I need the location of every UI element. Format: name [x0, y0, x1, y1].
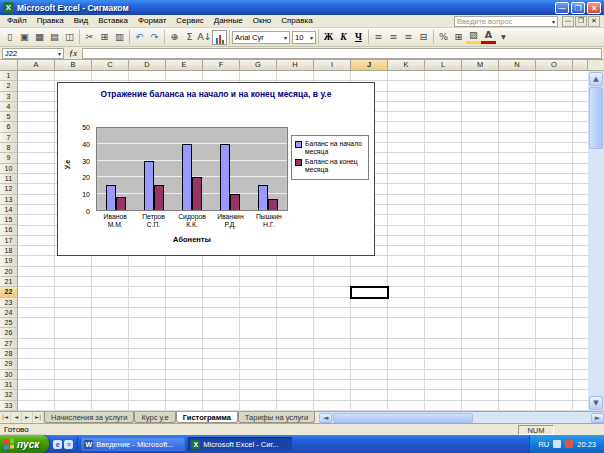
row-header[interactable]: 20 [0, 267, 18, 277]
select-all-corner[interactable] [0, 60, 18, 71]
workbook-restore-button[interactable]: ❐ [575, 16, 587, 27]
taskbar-task-word[interactable]: W Введение - Microsoft... [81, 437, 185, 451]
chart-bar[interactable] [230, 194, 240, 210]
row-header[interactable]: 24 [0, 308, 18, 318]
column-header[interactable]: L [425, 60, 462, 71]
worksheet-grid[interactable]: Отражение баланса на начало и на конец м… [18, 71, 588, 411]
chart[interactable]: Отражение баланса на начало и на конец м… [57, 82, 375, 256]
italic-button[interactable]: К [336, 30, 351, 45]
row-header[interactable]: 16 [0, 225, 18, 235]
align-left-icon[interactable]: ≡ [371, 30, 386, 45]
scroll-down-icon[interactable]: ▼ [589, 396, 603, 410]
row-header[interactable]: 25 [0, 318, 18, 328]
row-header[interactable]: 11 [0, 174, 18, 184]
row-header[interactable]: 13 [0, 195, 18, 205]
row-header[interactable]: 8 [0, 143, 18, 153]
menu-tools[interactable]: Сервис [171, 15, 208, 27]
workbook-close-button[interactable]: ✕ [588, 16, 600, 27]
print-icon[interactable]: ▤ [47, 30, 62, 45]
vertical-scroll-thumb[interactable] [589, 87, 603, 149]
column-header[interactable]: F [203, 60, 240, 71]
row-header[interactable]: 7 [0, 133, 18, 143]
column-header[interactable]: A [18, 60, 55, 71]
bold-button[interactable]: Ж [321, 30, 336, 45]
next-sheet-icon[interactable]: ► [22, 412, 33, 423]
chart-bar[interactable] [154, 185, 164, 210]
menu-help[interactable]: Справка [276, 15, 317, 27]
quick-launch-icon[interactable]: e [53, 440, 62, 449]
row-header[interactable]: 31 [0, 380, 18, 390]
chart-wizard-icon[interactable] [212, 30, 227, 45]
row-header[interactable]: 30 [0, 370, 18, 380]
row-header[interactable]: 17 [0, 236, 18, 246]
print-preview-icon[interactable]: ◫ [62, 30, 77, 45]
horizontal-scrollbar[interactable]: ◄ ► [319, 412, 604, 423]
copy-icon[interactable]: ⊞ [97, 30, 112, 45]
scroll-left-icon[interactable]: ◄ [319, 413, 332, 423]
chart-bar[interactable] [106, 185, 116, 210]
sheet-tab[interactable]: Начисления за услуги [44, 412, 134, 423]
menu-format[interactable]: Формат [133, 15, 171, 27]
row-header[interactable]: 3 [0, 92, 18, 102]
column-header[interactable]: G [240, 60, 277, 71]
sort-ascending-icon[interactable]: А↓ [197, 30, 212, 45]
redo-icon[interactable]: ↷ [147, 30, 162, 45]
first-sheet-icon[interactable]: |◄ [0, 412, 11, 423]
tray-icon[interactable] [553, 440, 561, 448]
column-header[interactable]: H [277, 60, 314, 71]
sheet-tab-active[interactable]: Гистограмма [176, 412, 238, 423]
column-header[interactable]: E [166, 60, 203, 71]
chart-bar[interactable] [192, 177, 202, 210]
name-box[interactable]: J22 ▾ [2, 48, 64, 59]
row-header[interactable]: 15 [0, 215, 18, 225]
row-header[interactable]: 2 [0, 81, 18, 91]
align-center-icon[interactable]: ≡ [386, 30, 401, 45]
borders-icon[interactable]: ⊞ [451, 30, 466, 45]
row-header[interactable]: 33 [0, 401, 18, 411]
chart-bar[interactable] [220, 144, 230, 210]
start-button[interactable]: пуск [0, 435, 49, 453]
horizontal-scroll-thumb[interactable] [333, 413, 473, 423]
ask-question-input[interactable]: Введите вопрос ▾ [454, 16, 558, 27]
scroll-right-icon[interactable]: ► [591, 413, 604, 423]
row-header[interactable]: 29 [0, 359, 18, 369]
scroll-up-icon[interactable]: ▲ [589, 72, 603, 86]
sheet-tab[interactable]: Курс у.е [134, 412, 175, 423]
merge-center-icon[interactable]: ⊟ [416, 30, 431, 45]
column-header[interactable]: M [462, 60, 499, 71]
chart-bar[interactable] [116, 197, 126, 210]
row-header[interactable]: 1 [0, 71, 18, 81]
row-header[interactable]: 4 [0, 102, 18, 112]
row-header[interactable]: 26 [0, 328, 18, 338]
row-header[interactable]: 10 [0, 164, 18, 174]
percent-style-icon[interactable]: % [436, 30, 451, 45]
row-header[interactable]: 9 [0, 153, 18, 163]
undo-icon[interactable]: ↶ [132, 30, 147, 45]
chart-bar[interactable] [182, 144, 192, 210]
row-header[interactable]: 6 [0, 122, 18, 132]
new-icon[interactable]: ▯ [2, 30, 17, 45]
sheet-tab[interactable]: Тарифы на услуги [238, 412, 315, 423]
fill-color-icon[interactable]: ▨ [466, 30, 481, 44]
hyperlink-icon[interactable]: ⊕ [167, 30, 182, 45]
underline-button[interactable]: Ч [351, 30, 366, 45]
row-header[interactable]: 28 [0, 349, 18, 359]
column-header[interactable]: I [314, 60, 351, 71]
column-header[interactable]: B [55, 60, 92, 71]
minimize-button[interactable]: — [555, 2, 569, 14]
menu-edit[interactable]: Правка [32, 15, 69, 27]
row-header[interactable]: 12 [0, 184, 18, 194]
workbook-minimize-button[interactable]: — [562, 16, 574, 27]
quick-launch-icon[interactable]: ≡ [64, 440, 73, 449]
column-header[interactable]: O [536, 60, 573, 71]
column-header-selected[interactable]: J [351, 60, 388, 71]
column-header[interactable]: D [129, 60, 166, 71]
font-size-select[interactable]: 10 ▾ [292, 31, 316, 44]
vertical-scrollbar[interactable]: ▲ ▼ [588, 71, 604, 411]
maximize-button[interactable]: ❐ [571, 2, 585, 14]
row-header[interactable]: 18 [0, 246, 18, 256]
font-name-select[interactable]: Arial Cyr ▾ [232, 31, 290, 44]
column-header[interactable]: K [388, 60, 425, 71]
chart-bar[interactable] [144, 161, 154, 210]
row-header[interactable]: 32 [0, 390, 18, 400]
